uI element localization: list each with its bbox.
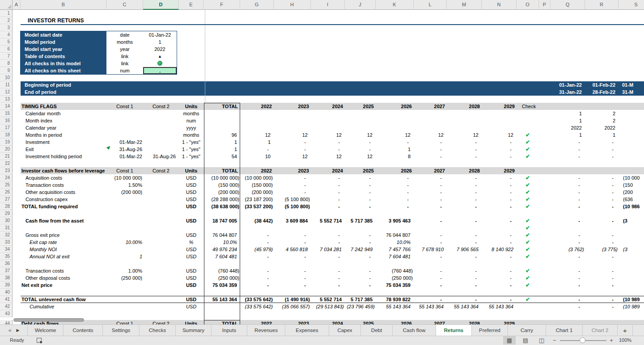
- cell-Q38[interactable]: -: [551, 274, 585, 282]
- prev-sheet-icon[interactable]: ◀: [8, 328, 11, 332]
- cell-N35[interactable]: -: [482, 253, 517, 260]
- info-value-1[interactable]: 1: [143, 38, 177, 46]
- cell-M28[interactable]: -: [447, 203, 482, 210]
- cell-I14[interactable]: 2024: [311, 103, 345, 110]
- cell-R17[interactable]: 2022: [585, 124, 619, 131]
- cell-F44[interactable]: TOTAL: [203, 320, 240, 324]
- column-header-Q[interactable]: Q: [551, 0, 585, 10]
- cell-E17[interactable]: yyyy: [179, 124, 203, 131]
- check-icon-row41[interactable]: ✔: [517, 296, 539, 303]
- cell-M26[interactable]: -: [447, 189, 482, 196]
- cell-M23[interactable]: 2028: [447, 167, 482, 174]
- cell-S34[interactable]: (3: [619, 246, 644, 253]
- column-header-H[interactable]: H: [274, 0, 311, 10]
- cell-I26[interactable]: -: [311, 189, 345, 196]
- cell-H35[interactable]: -: [274, 253, 311, 260]
- cell-G18[interactable]: 12: [240, 131, 274, 139]
- cell-L25[interactable]: -: [414, 181, 447, 189]
- cell-N34[interactable]: 8 140 922: [482, 246, 517, 253]
- cell-E21[interactable]: 1 - "yes": [179, 153, 203, 160]
- cell-Q19[interactable]: -: [551, 139, 585, 146]
- cell-K19[interactable]: -: [376, 139, 414, 146]
- row-header-6[interactable]: 6: [0, 46, 13, 53]
- cell-E34[interactable]: USD: [179, 246, 203, 253]
- cell-S42[interactable]: (10 989: [619, 303, 644, 310]
- column-header-L[interactable]: L: [414, 0, 447, 10]
- cell-B25[interactable]: Transaction costs: [21, 181, 106, 189]
- cell-K24[interactable]: -: [376, 174, 414, 181]
- cell-H32[interactable]: -: [274, 231, 311, 239]
- cell-G19[interactable]: 1: [240, 139, 274, 146]
- cell-C44[interactable]: Const 1: [106, 320, 143, 324]
- row-header-13[interactable]: 13: [0, 96, 13, 103]
- cell-Q18[interactable]: 1: [551, 131, 585, 139]
- cell-S24[interactable]: (10 000: [619, 174, 644, 181]
- check-icon-row38[interactable]: ✔: [517, 274, 539, 282]
- column-header-K[interactable]: K: [376, 0, 414, 10]
- check-icon-row35[interactable]: ✔: [517, 253, 539, 260]
- info-unit-4[interactable]: link: [106, 60, 143, 67]
- cell-N30[interactable]: -: [482, 217, 517, 224]
- row-header-8[interactable]: 8: [0, 60, 13, 67]
- add-sheet-button[interactable]: +: [618, 325, 633, 336]
- cell-F30[interactable]: 18 747 005: [203, 217, 240, 224]
- cell-R32[interactable]: -: [585, 231, 619, 239]
- cell-H42[interactable]: (35 066 557): [274, 303, 311, 310]
- cell-R37[interactable]: -: [585, 267, 619, 274]
- cell-C37[interactable]: 1.00%: [106, 267, 143, 274]
- cell-K35[interactable]: 7 604 481: [376, 253, 414, 260]
- cell-S30[interactable]: (3: [619, 217, 644, 224]
- row-header-36[interactable]: 36: [0, 260, 13, 267]
- cell-N20[interactable]: -: [482, 146, 517, 153]
- cell-I39[interactable]: -: [311, 282, 345, 289]
- cell-N24[interactable]: -: [482, 174, 517, 181]
- column-header-A[interactable]: A: [13, 0, 21, 10]
- cell-J30[interactable]: 5 717 385: [345, 217, 376, 224]
- column-header-N[interactable]: N: [482, 0, 517, 10]
- column-header-B[interactable]: B: [21, 0, 106, 10]
- row-header-3[interactable]: 3: [0, 24, 13, 31]
- cell-J41[interactable]: 5 717 385: [345, 296, 376, 303]
- row-header-20[interactable]: 20: [0, 146, 13, 153]
- cell-G32[interactable]: -: [240, 231, 274, 239]
- zoom-in-button[interactable]: +: [608, 337, 614, 344]
- cell-M14[interactable]: 2028: [447, 103, 482, 110]
- cell-K28[interactable]: -: [376, 203, 414, 210]
- cell-Q37[interactable]: -: [551, 267, 585, 274]
- cell-K42[interactable]: 55 143 364: [376, 303, 414, 310]
- cell-K27[interactable]: -: [376, 196, 414, 203]
- cell-R35[interactable]: -: [585, 253, 619, 260]
- sheet-tab-debt[interactable]: Debt: [361, 325, 393, 336]
- cell-L35[interactable]: -: [414, 253, 447, 260]
- row-header-31[interactable]: 31: [0, 224, 13, 231]
- row-header-27[interactable]: 27: [0, 196, 13, 203]
- cell-S26[interactable]: (200: [619, 189, 644, 196]
- cell-Q21[interactable]: -: [551, 153, 585, 160]
- row-header-44[interactable]: 44: [0, 320, 13, 324]
- cell-J37[interactable]: -: [345, 267, 376, 274]
- cell-C21[interactable]: 01-Mar-22: [106, 153, 143, 160]
- cell-M20[interactable]: -: [447, 146, 482, 153]
- cell-L24[interactable]: -: [414, 174, 447, 181]
- cell-J24[interactable]: -: [345, 174, 376, 181]
- cell-M37[interactable]: -: [447, 267, 482, 274]
- sheet-tab-returns[interactable]: Returns: [436, 325, 472, 336]
- cell-L27[interactable]: -: [414, 196, 447, 203]
- cell-R27[interactable]: -: [585, 196, 619, 203]
- cell-Q26[interactable]: -: [551, 189, 585, 196]
- cell-F41[interactable]: 55 143 364: [203, 296, 240, 303]
- check-icon-row24[interactable]: ✔: [517, 174, 539, 181]
- cell-I35[interactable]: -: [311, 253, 345, 260]
- cell-E14[interactable]: Units: [179, 103, 203, 110]
- row-header-41[interactable]: 41: [0, 296, 13, 303]
- cell-L21[interactable]: -: [414, 153, 447, 160]
- cell-L42[interactable]: 55 143 364: [414, 303, 447, 310]
- cell-R41[interactable]: -: [585, 296, 619, 303]
- cell-F24[interactable]: (10 000 000): [203, 174, 240, 181]
- row-header-28[interactable]: 28: [0, 203, 13, 210]
- info-value-0[interactable]: 01-Jan-22: [143, 31, 177, 38]
- cell-R38[interactable]: -: [585, 274, 619, 282]
- cell-R15[interactable]: 2: [585, 110, 619, 117]
- cell-M44[interactable]: 2028: [447, 320, 482, 324]
- cell-G44[interactable]: 2022: [240, 320, 274, 324]
